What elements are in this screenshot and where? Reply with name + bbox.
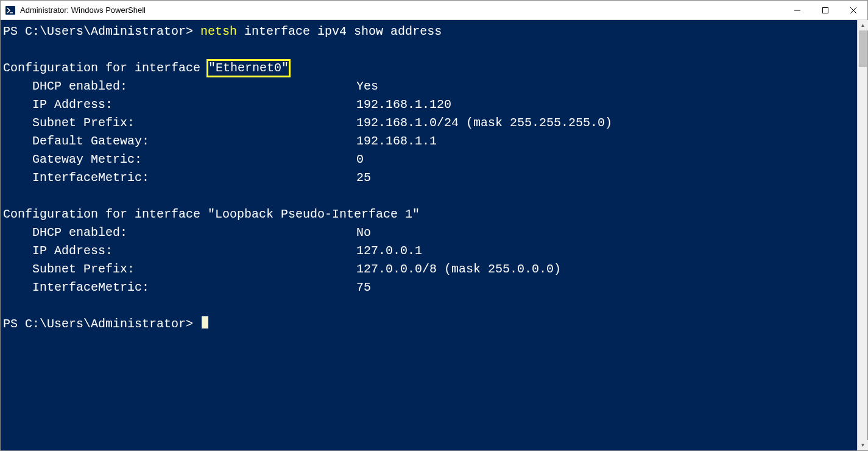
config-header-prefix: Configuration for interface [3,207,208,221]
field-value: No [356,226,371,240]
field-value: Yes [356,79,378,93]
minimize-button[interactable] [783,1,811,20]
close-button[interactable] [839,1,867,20]
interface-name: "Ethernet0" [206,59,291,77]
terminal-area: PS C:\Users\Administrator> netsh interfa… [1,20,867,450]
command-keyword: netsh [200,24,237,38]
prompt: PS C:\Users\Administrator> [3,24,200,38]
field-value: 127.0.0.0/8 (mask 255.0.0.0) [356,262,561,276]
powershell-window: Administrator: Windows PowerShell PS C:\… [0,0,868,451]
scroll-down-button[interactable]: ▼ [858,440,868,450]
field-label: InterfaceMetric: [3,279,356,297]
field-label: IP Address: [3,242,356,260]
scroll-up-button[interactable]: ▲ [858,20,868,30]
terminal-output[interactable]: PS C:\Users\Administrator> netsh interfa… [1,20,857,450]
vertical-scrollbar[interactable]: ▲ ▼ [857,20,867,450]
field-value: 192.168.1.120 [356,98,451,112]
field-value: 0 [356,152,364,166]
field-label: DHCP enabled: [3,77,356,96]
field-label: Subnet Prefix: [3,260,356,279]
field-value: 75 [356,280,371,294]
window-controls [783,1,867,20]
svg-rect-3 [823,7,828,13]
field-label: InterfaceMetric: [3,169,356,187]
field-label: IP Address: [3,96,356,114]
config-header-prefix: Configuration for interface [3,61,208,75]
cursor [202,316,208,328]
scroll-thumb[interactable] [859,30,867,67]
titlebar[interactable]: Administrator: Windows PowerShell [1,1,867,20]
interface-name: "Loopback Pseudo-Interface 1" [208,207,420,221]
field-value: 192.168.1.0/24 (mask 255.255.255.0) [356,116,612,130]
field-value: 192.168.1.1 [356,134,437,148]
maximize-button[interactable] [811,1,839,20]
field-label: Subnet Prefix: [3,114,356,132]
powershell-icon [5,5,15,15]
prompt: PS C:\Users\Administrator> [3,317,200,331]
field-label: DHCP enabled: [3,224,356,242]
command-args: interface ipv4 show address [237,24,442,38]
window-title: Administrator: Windows PowerShell [20,5,146,15]
field-value: 25 [356,171,371,185]
field-value: 127.0.0.1 [356,244,422,258]
field-label: Default Gateway: [3,132,356,151]
field-label: Gateway Metric: [3,151,356,169]
